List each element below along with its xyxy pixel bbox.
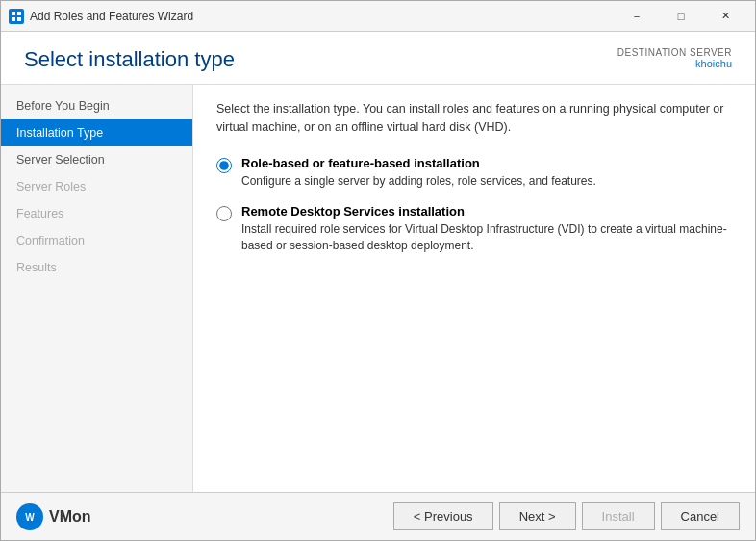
install-button: Install bbox=[582, 502, 655, 530]
option-remote-desktop-title: Remote Desktop Services installation bbox=[241, 204, 732, 219]
sidebar-item-confirmation: Confirmation bbox=[1, 227, 192, 254]
minimize-button[interactable]: − bbox=[615, 1, 659, 32]
option-role-based: Role-based or feature-based installation… bbox=[216, 156, 732, 190]
footer: W VMon < Previous Next > Install Cancel bbox=[1, 492, 755, 540]
svg-rect-2 bbox=[12, 17, 15, 21]
option-role-based-title: Role-based or feature-based installation bbox=[241, 156, 596, 170]
previous-button[interactable]: < Previous bbox=[393, 502, 493, 530]
svg-text:W: W bbox=[25, 512, 35, 523]
main-content: Select the installation type. You can in… bbox=[193, 85, 755, 492]
sidebar-item-features: Features bbox=[1, 200, 192, 227]
sidebar-item-server-selection[interactable]: Server Selection bbox=[1, 146, 192, 173]
footer-buttons: < Previous Next > Install Cancel bbox=[393, 502, 740, 530]
description-text: Select the installation type. You can in… bbox=[216, 100, 732, 137]
option-remote-desktop-desc: Install required role services for Virtu… bbox=[241, 221, 732, 254]
dest-server-label: DESTINATION SERVER bbox=[617, 47, 732, 58]
option-remote-desktop: Remote Desktop Services installation Ins… bbox=[216, 204, 732, 254]
dest-server-name: khoichu bbox=[617, 58, 732, 69]
sidebar-item-results: Results bbox=[1, 254, 192, 281]
main-body: Before You Begin Installation Type Serve… bbox=[1, 85, 755, 492]
sidebar-item-installation-type[interactable]: Installation Type bbox=[1, 119, 192, 146]
main-window: Add Roles and Features Wizard − □ ✕ Sele… bbox=[0, 0, 756, 541]
window-title: Add Roles and Features Wizard bbox=[30, 10, 615, 23]
sidebar-item-before-you-begin[interactable]: Before You Begin bbox=[1, 92, 192, 119]
app-icon bbox=[9, 9, 24, 24]
page-title: Select installation type bbox=[24, 47, 235, 72]
sidebar: Before You Begin Installation Type Serve… bbox=[1, 85, 193, 492]
option-role-based-content: Role-based or feature-based installation… bbox=[241, 156, 596, 190]
logo-icon: W bbox=[16, 503, 43, 530]
radio-role-based[interactable] bbox=[216, 158, 232, 173]
svg-rect-0 bbox=[12, 12, 15, 15]
installation-options: Role-based or feature-based installation… bbox=[216, 156, 732, 254]
svg-rect-3 bbox=[17, 17, 21, 21]
page-header: Select installation type DESTINATION SER… bbox=[1, 32, 755, 85]
option-remote-desktop-content: Remote Desktop Services installation Ins… bbox=[241, 204, 732, 254]
title-bar: Add Roles and Features Wizard − □ ✕ bbox=[1, 1, 755, 32]
option-role-based-desc: Configure a single server by adding role… bbox=[241, 173, 596, 190]
sidebar-item-server-roles: Server Roles bbox=[1, 173, 192, 200]
logo-text: VMon bbox=[49, 508, 91, 526]
footer-logo: W VMon bbox=[16, 503, 91, 530]
maximize-button[interactable]: □ bbox=[659, 1, 703, 32]
cancel-button[interactable]: Cancel bbox=[661, 502, 740, 530]
close-button[interactable]: ✕ bbox=[703, 1, 747, 32]
svg-rect-1 bbox=[17, 12, 21, 15]
destination-server-info: DESTINATION SERVER khoichu bbox=[617, 47, 732, 69]
next-button[interactable]: Next > bbox=[499, 502, 576, 530]
window-controls: − □ ✕ bbox=[615, 1, 747, 32]
radio-remote-desktop[interactable] bbox=[216, 206, 232, 221]
